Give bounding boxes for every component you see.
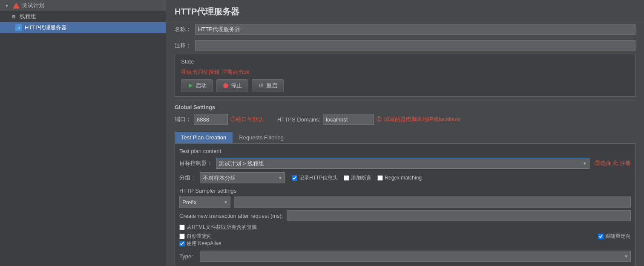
record-http-label: 记录HTTP信息头 [299, 174, 338, 182]
target-controller-row: 目标控制器： 测试计划 > 线程组 ③选择 此 注册 [179, 158, 631, 169]
http-sampler-title: HTTP Sampler settings [179, 188, 631, 194]
checkboxes-section: 从HTML文件获取所有含的资源 自动重定向 跟随重定向 [179, 224, 631, 247]
transaction-row: Create new transaction after request (ms… [179, 210, 631, 221]
html-resources-row: 从HTML文件获取所有含的资源 [179, 224, 631, 231]
main-panel: HTTP代理服务器 名称： 注释： State ④点击启动按钮 弹窗点击ok 启… [166, 0, 644, 266]
http-icon: e [15, 24, 22, 31]
global-settings-row: 端口： ①端口号默认 HTTPS Domains: ② 填写的是电脑本地IP或l… [175, 114, 635, 125]
start-icon [187, 83, 193, 89]
group-select-wrapper: 不对样本分组 [200, 172, 285, 183]
transaction-label: Create new transaction after request (ms… [179, 213, 283, 219]
https-label: HTTPS Domains: [277, 116, 320, 123]
auto-redirect-text: 自动重定向 [187, 233, 212, 240]
follow-redirect-checkbox[interactable] [598, 234, 604, 239]
triangle-icon [13, 3, 20, 9]
prefix-row: Prefix [179, 197, 631, 208]
sidebar-item-test-plan[interactable]: ▼ 测试计划 [0, 0, 166, 11]
target-select-wrapper: 测试计划 > 线程组 [216, 158, 589, 169]
prefix-select-wrapper: Prefix [179, 197, 230, 208]
tab-test-plan-creation[interactable]: Test Plan Creation [175, 132, 233, 143]
add-assert-checkbox-label[interactable]: 添加断言 [344, 174, 371, 182]
restart-label: 重启 [266, 82, 277, 90]
restart-icon: ↺ [258, 83, 264, 89]
group-label: 分组： [179, 174, 196, 182]
stop-icon [223, 83, 229, 89]
redirect-row: 自动重定向 跟随重定向 [179, 233, 631, 240]
comment-input[interactable] [195, 40, 635, 51]
sidebar-label-thread-group: 线程组 [20, 13, 36, 20]
gear-icon: ⚙ [10, 13, 17, 20]
type-row: Type: [179, 251, 631, 262]
sidebar-label-test-plan: 测试计划 [22, 2, 44, 9]
test-plan-content-title: Test plan content [179, 148, 631, 154]
target-note: ③选择 此 注册 [595, 159, 631, 167]
stop-button[interactable]: 停止 [216, 79, 248, 92]
transaction-input[interactable] [287, 210, 631, 221]
follow-redirect-label[interactable]: 跟随重定向 [598, 233, 631, 240]
global-settings-title: Global Settings [175, 104, 635, 110]
type-select-wrapper [200, 251, 631, 262]
name-row: 名称： [166, 21, 644, 38]
sidebar-label-http-proxy: HTTP代理服务器 [25, 24, 67, 32]
html-resources-checkbox[interactable] [179, 225, 185, 230]
name-label: 名称： [175, 26, 192, 33]
restart-button[interactable]: ↺ 重启 [252, 79, 284, 92]
tabs-bar: Test Plan Creation Requests Filtering [175, 132, 635, 144]
target-label: 目标控制器： [179, 159, 213, 167]
sidebar: ▼ 测试计划 ⚙ 线程组 e HTTP代理服务器 [0, 0, 166, 266]
type-select[interactable] [200, 251, 631, 262]
group-row: 分组： 不对样本分组 记录HTTP信息头 添加断言 Regex matching [179, 172, 631, 183]
http-sampler-section: HTTP Sampler settings Prefix Create new … [179, 188, 631, 262]
sidebar-item-http-proxy[interactable]: e HTTP代理服务器 [0, 22, 166, 33]
state-buttons: 启动 停止 ↺ 重启 [181, 79, 629, 92]
prefix-input[interactable] [234, 197, 631, 208]
keepalive-checkbox[interactable] [179, 241, 185, 246]
tab-content: Test plan content 目标控制器： 测试计划 > 线程组 ③选择 … [175, 144, 635, 266]
record-http-checkbox-label[interactable]: 记录HTTP信息头 [292, 174, 338, 182]
port-label: 端口： [175, 116, 191, 123]
https-field: HTTPS Domains: ② 填写的是电脑本地IP或localhost [277, 114, 460, 125]
state-section: State ④点击启动按钮 弹窗点击ok 启动 停止 ↺ 重启 [175, 54, 635, 97]
add-assert-checkbox[interactable] [344, 175, 349, 181]
name-input[interactable] [195, 24, 635, 35]
auto-redirect-label[interactable]: 自动重定向 [179, 233, 212, 240]
type-label: Type: [179, 253, 196, 260]
start-label: 启动 [196, 82, 207, 90]
keepalive-row: 使用 KeepAlive [179, 240, 631, 247]
html-resources-label[interactable]: 从HTML文件获取所有含的资源 [179, 224, 257, 231]
add-assert-label: 添加断言 [351, 174, 371, 182]
state-annotation: ④点击启动按钮 弹窗点击ok [181, 68, 629, 76]
arrow-down-icon: ▼ [3, 2, 10, 9]
port-field: 端口： ①端口号默认 [175, 114, 264, 125]
regex-checkbox-label[interactable]: Regex matching [377, 175, 422, 181]
comment-label: 注释： [175, 42, 192, 49]
follow-redirect-text: 跟随重定向 [605, 233, 631, 240]
global-settings-section: Global Settings 端口： ①端口号默认 HTTPS Domains… [175, 100, 635, 128]
stop-label: 停止 [231, 82, 242, 90]
panel-title: HTTP代理服务器 [166, 0, 644, 21]
checkbox-group: 记录HTTP信息头 添加断言 Regex matching [292, 174, 422, 182]
keepalive-label[interactable]: 使用 KeepAlive [179, 240, 221, 247]
comment-row: 注释： [166, 38, 644, 54]
state-title: State [181, 58, 629, 65]
port-note: ①端口号默认 [230, 116, 264, 123]
https-input[interactable] [323, 114, 374, 125]
regex-label: Regex matching [385, 175, 422, 181]
start-button[interactable]: 启动 [181, 79, 213, 92]
sidebar-item-thread-group[interactable]: ⚙ 线程组 [0, 11, 166, 22]
prefix-select[interactable]: Prefix [179, 197, 230, 208]
tab-requests-filtering[interactable]: Requests Filtering [233, 132, 290, 143]
port-input[interactable] [194, 114, 228, 125]
html-resources-text: 从HTML文件获取所有含的资源 [187, 224, 257, 231]
record-http-checkbox[interactable] [292, 175, 297, 181]
regex-checkbox[interactable] [377, 175, 383, 181]
https-note: ② 填写的是电脑本地IP或localhost [377, 116, 460, 123]
auto-redirect-checkbox[interactable] [179, 234, 185, 239]
target-select[interactable]: 测试计划 > 线程组 [216, 158, 589, 169]
keepalive-text: 使用 KeepAlive [187, 240, 221, 247]
group-select[interactable]: 不对样本分组 [200, 172, 285, 183]
